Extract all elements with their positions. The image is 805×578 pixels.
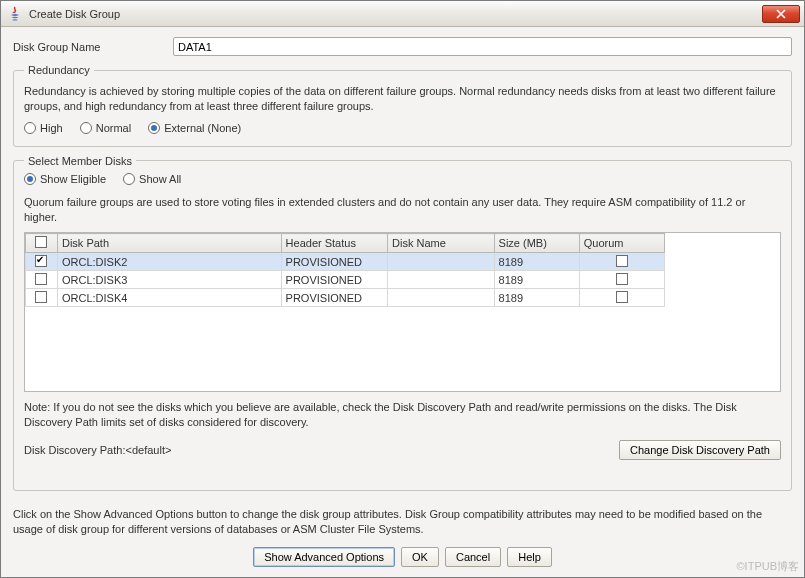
change-discovery-path-button[interactable]: Change Disk Discovery Path <box>619 440 781 460</box>
disk-table: Disk Path Header Status Disk Name Size (… <box>25 233 665 307</box>
header-status[interactable]: Header Status <box>281 234 388 253</box>
cell-disk-path: ORCL:DISK2 <box>57 253 281 271</box>
cell-disk-path: ORCL:DISK4 <box>57 289 281 307</box>
disk-table-container: Disk Path Header Status Disk Name Size (… <box>24 232 781 392</box>
show-all-label: Show All <box>139 173 181 185</box>
content-area: Disk Group Name Redundancy Redundancy is… <box>1 27 804 503</box>
close-icon <box>776 9 786 19</box>
cell-size: 8189 <box>494 253 579 271</box>
bottom-info-text: Click on the Show Advanced Options butto… <box>1 503 804 543</box>
cancel-button[interactable]: Cancel <box>445 547 501 567</box>
redundancy-normal[interactable]: Normal <box>80 122 131 134</box>
disk-filter-radios: Show Eligible Show All <box>24 173 781 187</box>
show-advanced-options-button[interactable]: Show Advanced Options <box>253 547 395 567</box>
discovery-path-value: <default> <box>125 444 171 456</box>
discovery-path-row: Disk Discovery Path:<default> Change Dis… <box>24 440 781 460</box>
watermark: ©ITPUB博客 <box>737 559 800 574</box>
header-disk-name[interactable]: Disk Name <box>388 234 495 253</box>
disk-group-name-input[interactable] <box>173 37 792 56</box>
cell-header-status: PROVISIONED <box>281 253 388 271</box>
redundancy-high-label: High <box>40 122 63 134</box>
header-checkbox-cell <box>26 234 58 253</box>
disk-group-name-label: Disk Group Name <box>13 41 173 53</box>
header-quorum[interactable]: Quorum <box>579 234 664 253</box>
show-eligible[interactable]: Show Eligible <box>24 173 106 185</box>
redundancy-normal-label: Normal <box>96 122 131 134</box>
member-disks-fieldset: Select Member Disks Show Eligible Show A… <box>13 155 792 492</box>
redundancy-external-label: External (None) <box>164 122 241 134</box>
show-eligible-radio[interactable] <box>24 173 36 185</box>
row-select-checkbox[interactable] <box>35 273 47 285</box>
cell-disk-name <box>388 253 495 271</box>
table-row[interactable]: ORCL:DISK4PROVISIONED8189 <box>26 289 665 307</box>
row-quorum-checkbox[interactable] <box>616 255 628 267</box>
table-row[interactable]: ORCL:DISK2PROVISIONED8189 <box>26 253 665 271</box>
cell-disk-name <box>388 289 495 307</box>
redundancy-external-radio[interactable] <box>148 122 160 134</box>
show-all[interactable]: Show All <box>123 173 181 185</box>
redundancy-radios: High Normal External (None) <box>24 122 781 136</box>
row-quorum-checkbox[interactable] <box>616 291 628 303</box>
redundancy-fieldset: Redundancy Redundancy is achieved by sto… <box>13 64 792 147</box>
disk-table-header-row: Disk Path Header Status Disk Name Size (… <box>26 234 665 253</box>
titlebar[interactable]: Create Disk Group <box>1 1 804 27</box>
help-button[interactable]: Help <box>507 547 552 567</box>
row-select-checkbox[interactable] <box>35 291 47 303</box>
header-disk-path[interactable]: Disk Path <box>57 234 281 253</box>
button-bar: Show Advanced Options OK Cancel Help <box>1 543 804 577</box>
member-disks-legend: Select Member Disks <box>24 155 136 167</box>
cell-size: 8189 <box>494 271 579 289</box>
header-size[interactable]: Size (MB) <box>494 234 579 253</box>
cell-disk-name <box>388 271 495 289</box>
row-quorum-checkbox[interactable] <box>616 273 628 285</box>
window-title: Create Disk Group <box>29 8 762 20</box>
discovery-path-label: Disk Discovery Path: <box>24 444 125 456</box>
table-row[interactable]: ORCL:DISK3PROVISIONED8189 <box>26 271 665 289</box>
disk-group-name-row: Disk Group Name <box>13 37 792 56</box>
ok-button[interactable]: OK <box>401 547 439 567</box>
quorum-desc: Quorum failure groups are used to store … <box>24 195 781 225</box>
redundancy-external[interactable]: External (None) <box>148 122 241 134</box>
close-button[interactable] <box>762 5 800 23</box>
create-disk-group-dialog: Create Disk Group Disk Group Name Redund… <box>0 0 805 578</box>
redundancy-normal-radio[interactable] <box>80 122 92 134</box>
row-select-checkbox[interactable] <box>35 255 47 267</box>
select-all-checkbox[interactable] <box>35 236 47 248</box>
redundancy-legend: Redundancy <box>24 64 94 76</box>
redundancy-high[interactable]: High <box>24 122 63 134</box>
redundancy-desc: Redundancy is achieved by storing multip… <box>24 84 781 114</box>
show-all-radio[interactable] <box>123 173 135 185</box>
cell-header-status: PROVISIONED <box>281 289 388 307</box>
show-eligible-label: Show Eligible <box>40 173 106 185</box>
discovery-path: Disk Discovery Path:<default> <box>24 444 619 456</box>
cell-header-status: PROVISIONED <box>281 271 388 289</box>
cell-size: 8189 <box>494 289 579 307</box>
redundancy-high-radio[interactable] <box>24 122 36 134</box>
java-icon <box>7 6 23 22</box>
discovery-note: Note: If you do not see the disks which … <box>24 400 781 430</box>
cell-disk-path: ORCL:DISK3 <box>57 271 281 289</box>
